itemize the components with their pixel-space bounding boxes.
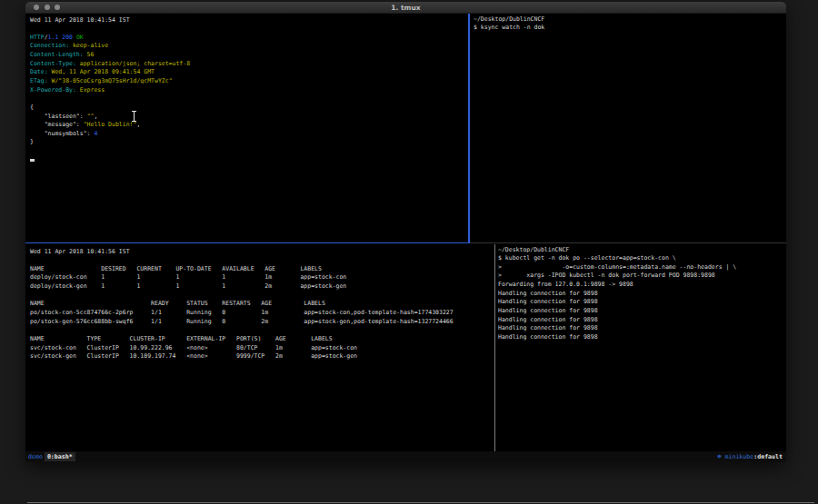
text-segment: "lastseen": bbox=[30, 113, 87, 120]
text-segment: NAME READY STATUS RESTARTS AGE LABELS bbox=[30, 300, 325, 307]
text-segment: keep-alive bbox=[69, 42, 108, 49]
text-segment: $ ksync watch -n dok bbox=[474, 24, 544, 31]
terminal-line: > xargs -IPOD kubectl -n dok port-forwar… bbox=[498, 272, 783, 281]
text-segment: X-Powered-By: bbox=[30, 86, 76, 94]
terminal-line: Handling connection for 9898 bbox=[498, 298, 783, 307]
window-tab-bash[interactable]: 0:bash* bbox=[45, 452, 75, 461]
terminal-line: ~/Desktop/DublinCNCF bbox=[498, 246, 783, 255]
terminal-line: HTTP/1.1 200 OK bbox=[30, 34, 466, 43]
kube-namespace: :default bbox=[753, 453, 783, 460]
session-name: demo bbox=[28, 453, 43, 460]
text-segment: NAME TYPE CLUSTER-IP EXTERNAL-IP PORT(S)… bbox=[30, 335, 333, 342]
terminal-line: Content-Type: application/json; charset=… bbox=[30, 60, 466, 69]
terminal-line bbox=[30, 156, 466, 165]
terminal-line: NAME READY STATUS RESTARTS AGE LABELS bbox=[30, 300, 489, 309]
text-segment: 1.1 bbox=[48, 34, 59, 41]
text-segment: deploy/stock-gen 1 1 1 1 2m app=stock-ge… bbox=[30, 282, 346, 290]
terminal-line: svc/stock-con ClusterIP 10.99.222.96 <no… bbox=[30, 344, 489, 353]
terminal-line: Connection: keep-alive bbox=[30, 42, 466, 51]
terminal-line: Wed 11 Apr 2018 10:41:54 IST bbox=[30, 16, 466, 25]
text-segment: Handling connection for 9898 bbox=[498, 290, 598, 297]
text-segment: svc/stock-con ClusterIP 10.99.222.96 <no… bbox=[30, 344, 357, 351]
terminal-line: "numsymbols": 4 bbox=[30, 130, 466, 139]
text-segment: > -o=custom-columns=:metadata.name --no-… bbox=[498, 263, 736, 271]
tmux-status-bar: demo0:bash* ☸ minikube:default bbox=[25, 451, 786, 462]
terminal-line: Handling connection for 9898 bbox=[498, 290, 783, 299]
text-segment: OK bbox=[76, 34, 84, 41]
text-segment: Handling connection for 9898 bbox=[498, 316, 598, 323]
text-segment: NAME DESIRED CURRENT UP-TO-DATE AVAILABL… bbox=[30, 265, 322, 272]
terminal-line: Forwarding from 127.0.0.1:9898 -> 9898 bbox=[498, 281, 783, 290]
terminal-window: 1. tmux Wed 11 Apr 2018 10:41:54 ISTHTTP… bbox=[25, 2, 786, 462]
text-segment: Handling connection for 9898 bbox=[498, 307, 598, 314]
text-segment: po/stock-gen-576cc688bb-swqf6 1/1 Runnin… bbox=[30, 318, 454, 325]
text-segment: svc/stock-gen ClusterIP 10.109.197.74 <n… bbox=[30, 352, 357, 360]
text-segment: { bbox=[30, 104, 34, 111]
text-segment: Handling connection for 9898 bbox=[498, 324, 598, 331]
text-segment: Content-Length: bbox=[30, 51, 84, 58]
text-segment: Handling connection for 9898 bbox=[498, 298, 598, 305]
text-segment: 56 bbox=[84, 51, 95, 58]
text-segment: ~/Desktop/DublinCNCF bbox=[474, 15, 544, 23]
terminal-line: > -o=custom-columns=:metadata.name --no-… bbox=[498, 263, 783, 272]
text-segment: , bbox=[94, 113, 97, 120]
terminal-line: Handling connection for 9898 bbox=[498, 316, 783, 325]
titlebar[interactable]: 1. tmux bbox=[25, 2, 786, 14]
text-segment: ETag: bbox=[30, 77, 48, 84]
mouse-ibeam-cursor bbox=[134, 112, 135, 121]
text-segment: 4 bbox=[94, 130, 97, 137]
pane-ksync-watch[interactable]: ~/Desktop/DublinCNCF$ ksync watch -n dok bbox=[474, 15, 783, 33]
terminal-line: svc/stock-gen ClusterIP 10.109.197.74 <n… bbox=[30, 352, 489, 361]
pane-divider-vertical-top[interactable] bbox=[468, 14, 470, 243]
terminal-line bbox=[30, 94, 466, 104]
terminal-line: } bbox=[30, 138, 466, 147]
terminal-content: Wed 11 Apr 2018 10:41:54 ISTHTTP/1.1 200… bbox=[25, 14, 786, 462]
terminal-line: "message": "Hello Dublin!", bbox=[30, 121, 466, 130]
terminal-line: NAME DESIRED CURRENT UP-TO-DATE AVAILABL… bbox=[30, 265, 489, 274]
terminal-line: Wed 11 Apr 2018 10:41:56 IST bbox=[30, 248, 489, 257]
text-segment: } bbox=[30, 138, 34, 145]
pane-divider-vertical-bottom[interactable] bbox=[494, 244, 495, 451]
terminal-line bbox=[30, 256, 489, 265]
terminal-line: deploy/stock-gen 1 1 1 1 2m app=stock-ge… bbox=[30, 282, 489, 292]
text-segment: Wed, 11 Apr 2018 09:41:54 GMT bbox=[48, 68, 155, 75]
text-segment: $ kubectl get -n dok po --selector=app=s… bbox=[498, 254, 676, 262]
pane-divider-horizontal-left[interactable] bbox=[25, 242, 470, 244]
text-segment: > xargs -IPOD kubectl -n dok port-forwar… bbox=[498, 272, 715, 279]
text-segment: HTTP bbox=[30, 34, 45, 41]
terminal-line: Handling connection for 9898 bbox=[498, 307, 783, 316]
text-segment: po/stock-con-5cc874766c-2p6rp 1/1 Runnin… bbox=[30, 309, 454, 316]
screen-bottom-edge bbox=[27, 502, 814, 503]
kubernetes-icon: ☸ bbox=[717, 453, 721, 460]
kube-context-name: minikube bbox=[724, 453, 753, 460]
desktop: { "window": { "title": "1. tmux" }, "col… bbox=[0, 0, 818, 504]
pane-kubectl-get[interactable]: Wed 11 Apr 2018 10:41:56 ISTNAME DESIRED… bbox=[30, 248, 489, 361]
terminal-line: ETag: W/"38-05coCsrg3mQ75sHr1d/qcMTwYZc" bbox=[30, 77, 466, 86]
text-segment: , bbox=[136, 121, 140, 128]
pane-http-response[interactable]: Wed 11 Apr 2018 10:41:54 ISTHTTP/1.1 200… bbox=[30, 16, 466, 165]
text-segment: ~/Desktop/DublinCNCF bbox=[498, 246, 569, 253]
terminal-line: { bbox=[30, 104, 466, 113]
text-segment: W/"38-05coCsrg3mQ75sHr1d/qcMTwYZc" bbox=[48, 77, 173, 84]
text-segment: 200 bbox=[62, 34, 73, 41]
terminal-line: po/stock-con-5cc874766c-2p6rp 1/1 Runnin… bbox=[30, 309, 489, 318]
window-title: 1. tmux bbox=[25, 4, 786, 12]
text-segment: Content-Type: bbox=[30, 60, 76, 67]
terminal-line: po/stock-gen-576cc688bb-swqf6 1/1 Runnin… bbox=[30, 318, 489, 327]
terminal-line bbox=[30, 147, 466, 156]
text-segment: Wed 11 Apr 2018 10:41:54 IST bbox=[30, 16, 130, 24]
pane-divider-horizontal-right[interactable] bbox=[470, 242, 786, 243]
terminal-line: Handling connection for 9898 bbox=[498, 324, 783, 333]
text-segment: "message": bbox=[30, 121, 84, 128]
terminal-line bbox=[30, 326, 489, 335]
text-segment: "numsymbols": bbox=[30, 130, 94, 137]
terminal-line: $ ksync watch -n dok bbox=[474, 24, 783, 33]
text-segment: "Hello Dublin!" bbox=[84, 121, 137, 128]
text-segment: Wed 11 Apr 2018 10:41:56 IST bbox=[30, 248, 130, 255]
terminal-line: ~/Desktop/DublinCNCF bbox=[474, 15, 783, 25]
text-segment: Express bbox=[76, 86, 105, 94]
terminal-line bbox=[30, 292, 489, 301]
terminal-line: Date: Wed, 11 Apr 2018 09:41:54 GMT bbox=[30, 68, 466, 77]
text-segment: Connection: bbox=[30, 42, 69, 49]
pane-port-forward[interactable]: ~/Desktop/DublinCNCF$ kubectl get -n dok… bbox=[498, 246, 783, 342]
